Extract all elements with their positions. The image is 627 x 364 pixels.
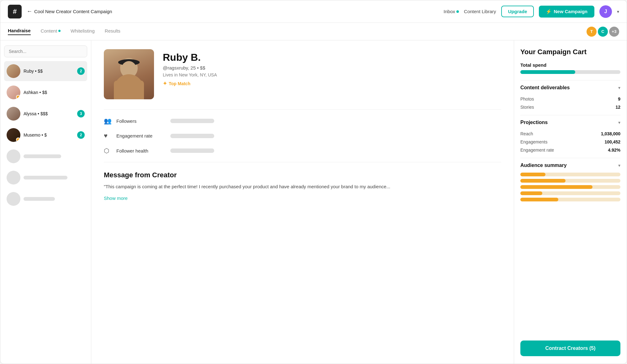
stories-value: 12 — [615, 105, 620, 110]
content-area: Ruby B. @ragsxruby, 25 • $$ Lives in New… — [91, 40, 514, 364]
tab-content[interactable]: Content — [41, 28, 61, 35]
projections-header[interactable]: Projections ▾ — [520, 115, 620, 130]
total-spend-section: Total spend — [520, 62, 620, 74]
content-tab-dot — [58, 30, 61, 32]
audience-bar-fill — [520, 198, 558, 201]
tab-handraise[interactable]: Handraise — [8, 28, 31, 35]
audience-summary-header[interactable]: Audience summary ▾ — [520, 158, 620, 173]
audience-bar-row — [520, 185, 620, 189]
inbox-notification-dot — [456, 10, 459, 13]
stats-section: 👥 Followers ♥ Engagement rate ⬡ Follower… — [104, 109, 501, 162]
creator-name: Musemo • $ — [24, 133, 74, 138]
collaborator-count: +3 — [609, 27, 619, 37]
sidebar: Ruby • $$ 2 Ashkan • $$ Alyssa • $$$ 3 — [0, 40, 91, 364]
list-item — [4, 189, 87, 209]
content-library-link[interactable]: Content Library — [464, 9, 496, 14]
top-match-badge: ✦ Top Match — [163, 81, 217, 86]
logo: # — [8, 5, 22, 18]
followers-bar — [170, 119, 214, 123]
chevron-down-icon: ▾ — [618, 163, 620, 168]
spend-bar-background — [520, 70, 620, 74]
message-section: Message from Creator "This campaign is c… — [104, 171, 501, 201]
deliverable-photos: Photos 9 — [520, 95, 620, 103]
message-text: "This campaign is coming at the perfect … — [104, 183, 501, 190]
collaborator-avatar-t: T — [587, 27, 597, 37]
spend-bar-fill — [520, 70, 575, 74]
cart-title: Your Campaign Cart — [520, 48, 620, 56]
chevron-down-icon[interactable]: ▾ — [617, 9, 619, 14]
audience-bar-fill — [520, 191, 542, 195]
search-input[interactable] — [4, 45, 87, 57]
campaign-title: Cool New Creator Content Campaign — [34, 9, 112, 14]
top-match-label: Top Match — [169, 81, 190, 86]
total-spend-label: Total spend — [520, 62, 620, 68]
chevron-down-icon: ▾ — [618, 120, 620, 125]
back-button[interactable]: ← Cool New Creator Content Campaign — [27, 8, 112, 15]
photos-value: 9 — [618, 96, 620, 101]
list-item[interactable]: Ruby • $$ 2 — [4, 61, 87, 81]
upgrade-button[interactable]: Upgrade — [501, 6, 534, 17]
tab-results[interactable]: Results — [105, 28, 120, 35]
avatar — [7, 128, 20, 142]
audience-bar-row — [520, 179, 620, 183]
show-more-link[interactable]: Show more — [104, 195, 128, 201]
audience-bar-fill — [520, 179, 566, 183]
tab-whitelisting[interactable]: Whitelisting — [71, 28, 95, 35]
collaborator-avatar-c: C — [598, 27, 608, 37]
photos-label: Photos — [520, 96, 534, 101]
engagements-label: Engagements — [520, 139, 547, 144]
audience-bar-fill — [520, 173, 545, 176]
engagement-label: Engagement rate — [116, 133, 167, 138]
avatar — [7, 192, 20, 206]
contract-creators-button[interactable]: Contract Creators (5) — [520, 341, 620, 356]
avatar — [7, 171, 20, 185]
health-bar — [170, 148, 214, 153]
audience-bar-background — [520, 191, 620, 195]
creator-badge: 2 — [77, 67, 85, 75]
health-label: Follower health — [116, 148, 167, 153]
list-item[interactable]: Alyssa • $$$ 3 — [4, 104, 87, 124]
creator-handle: @ragsxruby, 25 • $$ — [163, 65, 217, 70]
placeholder-text — [24, 154, 61, 158]
placeholder-text — [24, 197, 55, 201]
engagements-value: 100,452 — [604, 139, 620, 144]
content-deliverables-title: Content deliverables — [520, 85, 570, 91]
campaign-cart-panel: Your Campaign Cart Total spend Content d… — [514, 40, 627, 364]
projections-title: Projections — [520, 120, 548, 125]
creator-name: Ashkan • $$ — [24, 90, 85, 95]
list-item[interactable]: Musemo • $ 2 — [4, 125, 87, 145]
projections-list: Reach 1,038,000 Engagements 100,452 Enga… — [520, 130, 620, 158]
creator-name: Ruby • $$ — [24, 69, 74, 74]
audience-bar-row — [520, 173, 620, 176]
stories-label: Stories — [520, 105, 534, 110]
tab-bar: Handraise Content Whitelisting Results T… — [0, 23, 627, 40]
user-avatar[interactable]: J — [599, 5, 612, 18]
projection-engagement-rate: Engagement rate 4.92% — [520, 146, 620, 154]
creator-photo — [104, 49, 154, 99]
audience-bar-row — [520, 191, 620, 195]
message-heading: Message from Creator — [104, 171, 501, 179]
creator-info: Ruby B. @ragsxruby, 25 • $$ Lives in New… — [163, 49, 217, 86]
back-arrow-icon: ← — [27, 8, 32, 15]
new-campaign-button[interactable]: ⚡ New Campaign — [539, 6, 594, 18]
audience-summary-title: Audience summary — [520, 163, 567, 168]
lightning-icon: ⚡ — [546, 9, 552, 14]
content-deliverables-header[interactable]: Content deliverables ▾ — [520, 80, 620, 95]
reach-label: Reach — [520, 131, 533, 136]
audience-bar-background — [520, 173, 620, 176]
reach-value: 1,038,000 — [601, 131, 620, 136]
deliverables-list: Photos 9 Stories 12 — [520, 95, 620, 115]
health-icon: ⬡ — [104, 147, 113, 154]
audience-bar-fill — [520, 185, 592, 189]
top-nav: # ← Cool New Creator Content Campaign In… — [0, 0, 627, 23]
creator-header: Ruby B. @ragsxruby, 25 • $$ Lives in New… — [104, 49, 501, 99]
list-item — [4, 168, 87, 188]
creator-badge: 3 — [77, 110, 85, 117]
inbox-link[interactable]: Inbox — [444, 9, 459, 14]
placeholder-text — [24, 176, 67, 179]
followers-icon: 👥 — [104, 117, 113, 125]
creator-list: Ruby • $$ 2 Ashkan • $$ Alyssa • $$$ 3 — [4, 61, 87, 209]
top-match-icon: ✦ — [163, 81, 167, 86]
list-item[interactable]: Ashkan • $$ — [4, 82, 87, 102]
avatar — [7, 107, 20, 121]
